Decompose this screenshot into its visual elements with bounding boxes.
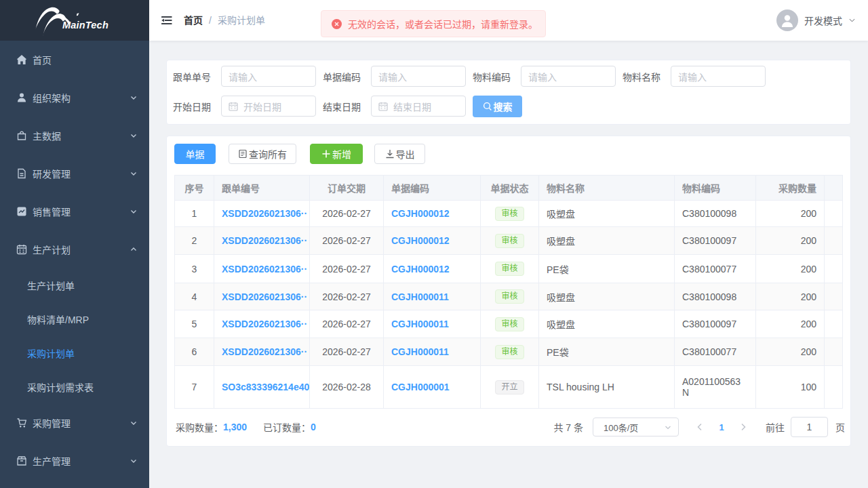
svg-text:MainTech: MainTech xyxy=(62,20,108,30)
